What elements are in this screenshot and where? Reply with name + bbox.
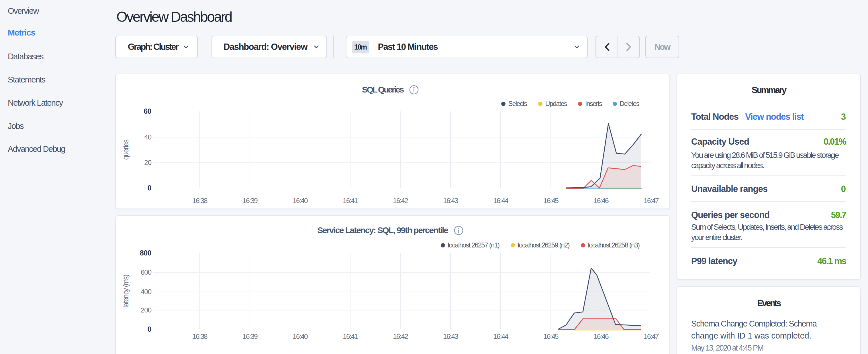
svg-text:16:47: 16:47 <box>644 197 659 204</box>
svg-text:400: 400 <box>141 288 152 296</box>
svg-text:16:40: 16:40 <box>292 332 308 340</box>
svg-text:16:38: 16:38 <box>192 197 208 204</box>
svg-text:16:40: 16:40 <box>292 197 308 204</box>
svg-text:16:45: 16:45 <box>543 197 559 204</box>
svg-text:16:47: 16:47 <box>644 332 659 340</box>
svg-text:16:39: 16:39 <box>242 197 258 204</box>
svg-text:latency (ms): latency (ms) <box>122 275 130 308</box>
svg-text:16:44: 16:44 <box>493 197 508 204</box>
svg-text:0: 0 <box>148 325 151 333</box>
svg-text:16:41: 16:41 <box>343 332 358 340</box>
svg-text:16:46: 16:46 <box>593 332 609 340</box>
svg-text:16:39: 16:39 <box>242 332 258 340</box>
svg-text:queries: queries <box>122 139 130 160</box>
svg-text:16:45: 16:45 <box>543 332 559 340</box>
svg-text:16:44: 16:44 <box>493 332 508 340</box>
svg-text:16:43: 16:43 <box>443 197 458 204</box>
svg-text:16:43: 16:43 <box>443 332 458 340</box>
svg-text:20: 20 <box>144 159 151 166</box>
svg-text:16:41: 16:41 <box>343 197 358 204</box>
svg-text:16:42: 16:42 <box>393 332 408 340</box>
svg-text:600: 600 <box>141 268 152 276</box>
svg-text:0: 0 <box>148 184 151 192</box>
svg-text:800: 800 <box>140 249 151 257</box>
svg-text:16:46: 16:46 <box>593 197 609 204</box>
svg-text:40: 40 <box>144 133 151 141</box>
svg-text:200: 200 <box>141 306 152 314</box>
svg-text:60: 60 <box>144 107 151 115</box>
svg-text:16:38: 16:38 <box>192 332 208 340</box>
svg-text:16:42: 16:42 <box>393 197 408 204</box>
